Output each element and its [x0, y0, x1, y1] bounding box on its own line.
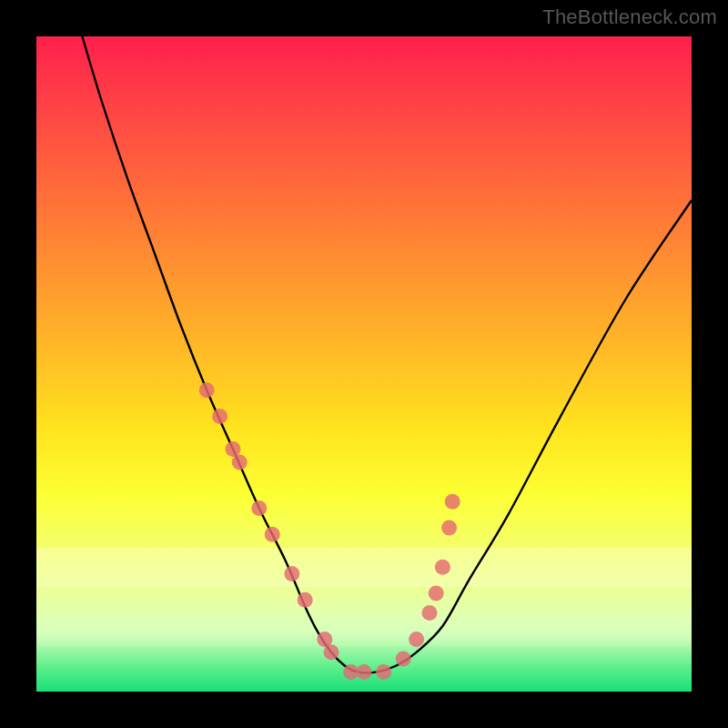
marker-dot [422, 605, 438, 621]
watermark-text: TheBottleneck.com [542, 5, 717, 29]
marker-dot [212, 409, 228, 424]
marker-dot [317, 632, 332, 647]
marker-dot [199, 382, 215, 398]
plot-area [36, 36, 692, 692]
marker-dot [226, 441, 241, 457]
marker-dot [429, 586, 444, 602]
marker-dot [376, 664, 391, 680]
marker-dot [284, 566, 299, 581]
curve-svg [36, 36, 692, 692]
marker-dot [357, 664, 372, 680]
marker-group [199, 382, 460, 680]
marker-dot [324, 644, 339, 660]
marker-dot [265, 527, 280, 542]
chart-container: TheBottleneck.com [0, 0, 728, 728]
main-curve [82, 36, 692, 672]
marker-dot [409, 632, 424, 647]
marker-dot [251, 500, 267, 516]
marker-dot [441, 521, 457, 536]
marker-dot [232, 455, 248, 470]
marker-dot [445, 494, 460, 510]
marker-dot [435, 560, 450, 575]
marker-dot [396, 652, 411, 667]
marker-dot [298, 592, 313, 608]
